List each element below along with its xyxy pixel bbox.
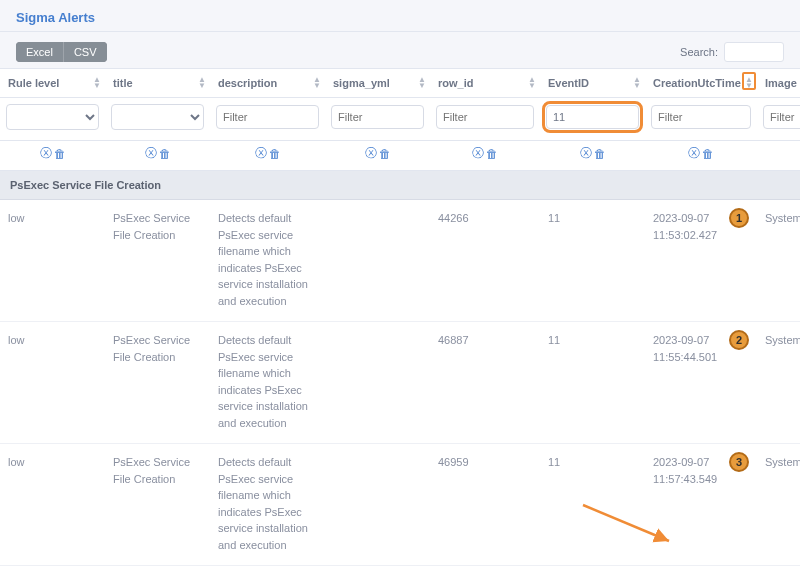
group-label: PsExec Service File Creation: [0, 171, 800, 200]
cell-image: System: [757, 322, 800, 444]
table-row: lowPsExec Service File CreationDetects d…: [0, 444, 800, 566]
col-sigma-yml-label: sigma_yml: [333, 77, 390, 89]
export-csv-button[interactable]: CSV: [63, 42, 107, 62]
table-row: lowPsExec Service File CreationDetects d…: [0, 322, 800, 444]
cell-row-id: 46887: [430, 322, 540, 444]
filter-creation-utc-input[interactable]: [651, 105, 751, 129]
search-wrap: Search:: [680, 42, 784, 62]
annotation-badge: 3: [729, 452, 749, 472]
cell-creation-utc: 2023-09-07 11:55:44.5012: [645, 322, 757, 444]
cell-level: low: [0, 444, 105, 566]
col-rule-level[interactable]: Rule level▲▼: [0, 69, 105, 98]
delete-icon[interactable]: 🗑: [158, 147, 172, 161]
cell-description: Detects default PsExec service filename …: [210, 200, 325, 322]
col-title-label: title: [113, 77, 133, 89]
delete-icon[interactable]: 🗑: [268, 147, 282, 161]
filter-image-input[interactable]: [763, 105, 800, 129]
annotation-badge: 2: [729, 330, 749, 350]
filter-description-input[interactable]: [216, 105, 319, 129]
filter-row: [0, 98, 800, 141]
filter-event-id-input[interactable]: [546, 105, 639, 129]
cell-row-id: 44266: [430, 200, 540, 322]
cell-creation-utc: 2023-09-07 11:53:02.4271: [645, 200, 757, 322]
filter-title-select[interactable]: [111, 104, 204, 130]
annotation-badge: 1: [729, 208, 749, 228]
cell-level: low: [0, 200, 105, 322]
sort-icon: ▲▼: [418, 77, 426, 89]
search-label: Search:: [680, 46, 718, 58]
header-row: Rule level▲▼ title▲▼ description▲▼ sigma…: [0, 69, 800, 98]
cell-title: PsExec Service File Creation: [105, 322, 210, 444]
clear-icon[interactable]: ⓧ: [39, 145, 53, 162]
cell-title: PsExec Service File Creation: [105, 444, 210, 566]
cell-row-id: 46959: [430, 444, 540, 566]
col-event-id-label: EventID: [548, 77, 589, 89]
sort-icon: ▲▼: [633, 77, 641, 89]
col-image-label: Image: [765, 77, 797, 89]
cell-sigma-yml: [325, 200, 430, 322]
col-description-label: description: [218, 77, 277, 89]
cell-level: low: [0, 322, 105, 444]
icon-row: ⓧ🗑 ⓧ🗑 ⓧ🗑 ⓧ🗑 ⓧ🗑 ⓧ🗑 ⓧ🗑: [0, 141, 800, 171]
export-group: Excel CSV: [16, 42, 107, 62]
clear-icon[interactable]: ⓧ: [254, 145, 268, 162]
cell-sigma-yml: [325, 322, 430, 444]
clear-icon[interactable]: ⓧ: [579, 145, 593, 162]
page-title: Sigma Alerts: [0, 0, 800, 31]
clear-icon[interactable]: ⓧ: [687, 145, 701, 162]
col-title[interactable]: title▲▼: [105, 69, 210, 98]
search-input[interactable]: [724, 42, 784, 62]
delete-icon[interactable]: 🗑: [485, 147, 499, 161]
sort-icon: ▲▼: [528, 77, 536, 89]
delete-icon[interactable]: 🗑: [593, 147, 607, 161]
cell-image: System: [757, 200, 800, 322]
col-row-id-label: row_id: [438, 77, 473, 89]
filter-row-id-input[interactable]: [436, 105, 534, 129]
filter-rule-level-select[interactable]: [6, 104, 99, 130]
clear-icon[interactable]: ⓧ: [364, 145, 378, 162]
cell-event-id: 11: [540, 200, 645, 322]
sort-icon: ▲▼: [93, 77, 101, 89]
cell-description: Detects default PsExec service filename …: [210, 444, 325, 566]
cell-event-id: 11: [540, 322, 645, 444]
col-creation-utc-label: CreationUtcTime: [653, 77, 741, 89]
alerts-table: Rule level▲▼ title▲▼ description▲▼ sigma…: [0, 68, 800, 566]
group-row: PsExec Service File Creation: [0, 171, 800, 200]
cell-sigma-yml: [325, 444, 430, 566]
col-image[interactable]: Image: [757, 69, 800, 98]
delete-icon[interactable]: 🗑: [53, 147, 67, 161]
cell-event-id: 11: [540, 444, 645, 566]
col-description[interactable]: description▲▼: [210, 69, 325, 98]
cell-creation-utc: 2023-09-07 11:57:43.5493: [645, 444, 757, 566]
col-row-id[interactable]: row_id▲▼: [430, 69, 540, 98]
delete-icon[interactable]: 🗑: [701, 147, 715, 161]
filter-sigma-yml-input[interactable]: [331, 105, 424, 129]
col-creation-utc[interactable]: CreationUtcTime▲▼: [645, 69, 757, 98]
cell-image: System: [757, 444, 800, 566]
sort-icon: ▲▼: [313, 77, 321, 89]
export-excel-button[interactable]: Excel: [16, 42, 63, 62]
sort-icon: ▲▼: [745, 77, 753, 89]
divider: [0, 31, 800, 32]
table-row: lowPsExec Service File CreationDetects d…: [0, 200, 800, 322]
cell-description: Detects default PsExec service filename …: [210, 322, 325, 444]
toolbar: Excel CSV Search:: [0, 42, 800, 68]
sort-icon: ▲▼: [198, 77, 206, 89]
col-sigma-yml[interactable]: sigma_yml▲▼: [325, 69, 430, 98]
col-event-id[interactable]: EventID▲▼: [540, 69, 645, 98]
cell-title: PsExec Service File Creation: [105, 200, 210, 322]
col-rule-level-label: Rule level: [8, 77, 59, 89]
clear-icon[interactable]: ⓧ: [144, 145, 158, 162]
clear-icon[interactable]: ⓧ: [471, 145, 485, 162]
delete-icon[interactable]: 🗑: [378, 147, 392, 161]
